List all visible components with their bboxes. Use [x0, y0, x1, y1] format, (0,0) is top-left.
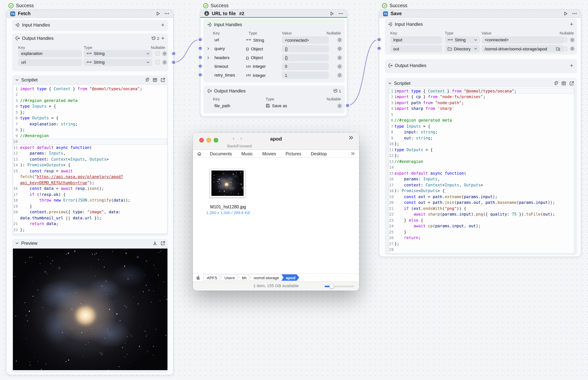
- code-line[interactable]: 8};: [13, 127, 167, 133]
- add-input-handle-button[interactable]: +: [161, 23, 164, 27]
- port-fetch-output-url[interactable]: [171, 60, 176, 65]
- handle-row-headers[interactable]: headers{}Object{}: [204, 54, 345, 61]
- code-line[interactable]: 27};: [389, 241, 574, 247]
- breadcrumb-bh[interactable]: bh: [237, 274, 251, 281]
- code-line[interactable]: api_key=DEMO_KEY&thumbs=true");: [13, 180, 167, 186]
- docs-icon[interactable]: [153, 78, 157, 82]
- node-save[interactable]: TS Save ⋯ Input Handles + Key Type Value…: [379, 9, 581, 257]
- handle-row-input[interactable]: input““String<connected>: [385, 36, 577, 43]
- type-select[interactable]: Directory: [445, 45, 480, 52]
- attach-icon[interactable]: [145, 78, 149, 82]
- favorite-movies[interactable]: Movies: [262, 151, 276, 156]
- favorites-overflow-icon[interactable]: [350, 151, 355, 156]
- expand-chevron-icon[interactable]: [207, 56, 210, 59]
- code-line[interactable]: 15 const resp = await: [13, 168, 167, 174]
- gear-icon[interactable]: [162, 60, 167, 65]
- port-urltofile-output-filepath[interactable]: [345, 103, 350, 108]
- code-line[interactable]: 22 await sharp(params.input).png({ quali…: [389, 211, 574, 217]
- value-field[interactable]: {}: [282, 54, 329, 61]
- value-field[interactable]: {}: [282, 45, 329, 53]
- more-options-button[interactable]: ⋯: [338, 12, 343, 15]
- favorite-music[interactable]: Music: [241, 151, 253, 156]
- code-line[interactable]: 18): Promise<Outputs> {: [389, 188, 574, 194]
- download-icon[interactable]: [153, 241, 157, 246]
- gear-icon[interactable]: [337, 73, 342, 78]
- code-line[interactable]: 14): Promise<Outputs> {: [13, 162, 167, 168]
- key-field[interactable]: explanation: [18, 50, 82, 57]
- expand-chevron-icon[interactable]: [207, 47, 210, 51]
- code-editor-fetch[interactable]: 1import type { Context } from "@oomol/ty…: [13, 84, 168, 234]
- code-line[interactable]: 12};: [389, 153, 574, 159]
- code-line[interactable]: fetch("https://api.nasa.gov/planetary/ap…: [13, 174, 167, 180]
- port-urltofile-input-retrytimes[interactable]: [198, 72, 203, 77]
- code-line[interactable]: 2import { cp } from "node:fs/promises";: [389, 94, 574, 100]
- gear-icon[interactable]: [337, 55, 342, 60]
- code-line[interactable]: 7 explanation: string;: [13, 121, 167, 127]
- code-line[interactable]: 22};: [13, 227, 167, 233]
- node-header[interactable]: TS Save ⋯: [379, 10, 581, 18]
- code-line[interactable]: 10: [13, 139, 167, 145]
- breadcrumb-active-apod[interactable]: apod: [281, 274, 299, 281]
- port-urltofile-input-timeout[interactable]: [198, 63, 203, 68]
- favorite-documents[interactable]: Documents: [210, 151, 232, 156]
- history-icon[interactable]: [152, 36, 156, 40]
- code-line[interactable]: 8 input: string;: [389, 129, 574, 135]
- code-line[interactable]: 9 out: string;: [389, 135, 574, 141]
- code-line[interactable]: 7type Inputs = {: [389, 123, 574, 129]
- chevron-down-icon[interactable]: [474, 47, 477, 50]
- code-line[interactable]: 19 }: [13, 203, 167, 209]
- gear-icon[interactable]: [570, 37, 575, 42]
- history-icon[interactable]: [333, 89, 338, 93]
- gear-icon[interactable]: [337, 46, 342, 51]
- home-icon[interactable]: [197, 151, 202, 156]
- port-save-input-input[interactable]: [376, 37, 381, 42]
- type-select[interactable]: ““String: [84, 50, 152, 57]
- code-line[interactable]: 6type Outputs = {: [13, 115, 167, 121]
- code-line[interactable]: 18 throw new Error(JSON.stringify(data))…: [13, 197, 167, 203]
- chevron-down-icon[interactable]: [146, 61, 150, 64]
- directory-type-icon[interactable]: [447, 46, 452, 51]
- code-line[interactable]: 5};: [13, 109, 167, 115]
- code-line[interactable]: 11export default async function(: [13, 145, 167, 151]
- value-field[interactable]: <connected>: [482, 36, 563, 43]
- value-field[interactable]: <connected>: [282, 36, 329, 44]
- finder-window[interactable]: ‹ › apod Back/Forward Documents Music Mo…: [193, 133, 359, 291]
- code-line[interactable]: data.thumbnail_url || data.url });: [13, 215, 167, 221]
- node-fetch[interactable]: TS Fetch ⋯ Input Handles + Output Handle…: [6, 9, 173, 375]
- add-output-handle-button[interactable]: +: [570, 63, 573, 68]
- value-field[interactable]: 1: [282, 72, 329, 79]
- gear-icon[interactable]: [570, 46, 575, 51]
- code-line[interactable]: 20 context.preview({ type: "image", data…: [13, 209, 167, 215]
- code-line[interactable]: 4type Inputs = {: [13, 103, 167, 109]
- handle-row-retry_times[interactable]: retry_times123Integer1: [204, 72, 345, 79]
- code-line[interactable]: 10};: [389, 141, 574, 147]
- handle-row-timeout[interactable]: timeout123Integer0: [204, 63, 345, 70]
- breadcrumb-Users[interactable]: Users: [220, 274, 239, 281]
- breadcrumb-APFS[interactable]: APFS: [203, 274, 221, 281]
- nullable-checkbox[interactable]: [563, 46, 567, 51]
- favorite-pictures[interactable]: Pictures: [285, 151, 301, 156]
- chevron-down-icon[interactable]: [146, 52, 150, 55]
- key-field[interactable]: input: [390, 36, 442, 43]
- code-line[interactable]: 17 if (!resp.ok) {: [13, 191, 167, 197]
- port-urltofile-input-headers[interactable]: [198, 55, 203, 60]
- handle-row-explanation[interactable]: explanation““String: [12, 50, 168, 57]
- handle-row-out[interactable]: outDirectory/oomol-driver/oomol-storage/…: [385, 45, 577, 52]
- nullable-checkbox[interactable]: [563, 38, 567, 42]
- code-line[interactable]: 1import type { Context } from "@oomol/ty…: [13, 86, 167, 92]
- handle-row-url[interactable]: url““String: [12, 59, 168, 66]
- node-url-to-file[interactable]: URL to file #2 ⋯ Input Handles Key Type …: [200, 9, 347, 117]
- collapse-chevron-icon[interactable]: [388, 81, 392, 85]
- code-line[interactable]: 21 if (ext.endsWith("png")) {: [389, 206, 574, 211]
- handle-row-url[interactable]: url““String<connected>: [204, 36, 345, 44]
- folder-search-icon[interactable]: [556, 46, 560, 51]
- save-as-type-icon[interactable]: [266, 103, 270, 108]
- collapse-chevron-icon[interactable]: [15, 78, 19, 82]
- gear-icon[interactable]: [337, 103, 342, 108]
- code-line[interactable]: 2: [13, 92, 167, 97]
- code-line[interactable]: 14: [389, 164, 574, 170]
- icon-size-slider[interactable]: [325, 286, 354, 287]
- chevron-down-icon[interactable]: [474, 38, 477, 41]
- run-node-button[interactable]: [330, 11, 334, 16]
- code-line[interactable]: 6//#region generated meta: [389, 117, 574, 123]
